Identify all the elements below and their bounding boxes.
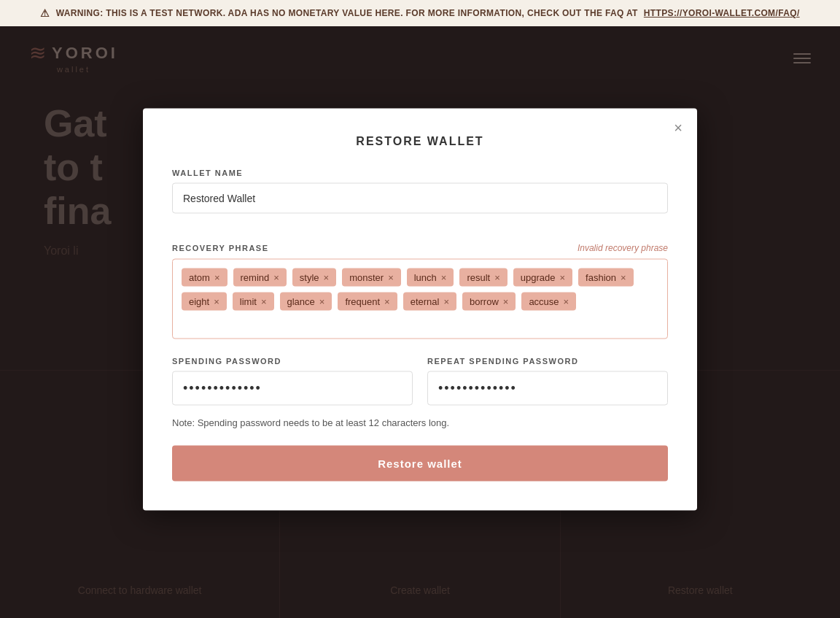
phrase-tag: limit×: [233, 292, 274, 310]
wallet-name-label: WALLET NAME: [172, 168, 668, 177]
phrase-tag: fashion×: [578, 268, 634, 286]
phrase-remove-button[interactable]: ×: [319, 296, 325, 306]
phrase-remove-button[interactable]: ×: [388, 271, 394, 282]
warning-text: WARNING: THIS IS A TEST NETWORK. ADA HAS…: [56, 8, 638, 18]
phrase-word: eight: [189, 296, 209, 306]
close-button[interactable]: ×: [674, 120, 682, 134]
phrase-tag: eight×: [182, 292, 227, 310]
phrase-tag: result×: [459, 268, 507, 286]
phrase-tag: frequent×: [338, 292, 397, 310]
phrase-word: borrow: [470, 296, 499, 306]
phrase-word: atom: [189, 271, 210, 282]
phrase-remove-button[interactable]: ×: [621, 271, 626, 282]
password-row: SPENDING PASSWORD REPEAT SPENDING PASSWO…: [172, 356, 668, 405]
spending-password-input[interactable]: [172, 371, 413, 405]
phrase-word: glance: [287, 296, 315, 306]
phrase-tag: style×: [292, 268, 336, 286]
repeat-password-field: REPEAT SPENDING PASSWORD: [427, 356, 668, 405]
phrase-remove-button[interactable]: ×: [494, 271, 500, 282]
phrase-remove-button[interactable]: ×: [443, 296, 449, 306]
phrase-word: fashion: [586, 271, 616, 282]
phrase-word: upgrade: [521, 271, 556, 282]
restore-wallet-button[interactable]: Restore wallet: [172, 445, 668, 481]
note-text: Note: Spending password needs to be at l…: [172, 417, 668, 428]
phrase-remove-button[interactable]: ×: [560, 271, 566, 282]
phrase-tag: eternal×: [403, 292, 456, 310]
phrase-tag: borrow×: [462, 292, 516, 310]
phrase-word: result: [467, 271, 490, 282]
phrase-tag: monster×: [342, 268, 401, 286]
phrase-remove-button[interactable]: ×: [324, 271, 330, 282]
phrase-tag: lunch×: [407, 268, 454, 286]
warning-banner: ⚠ WARNING: THIS IS A TEST NETWORK. ADA H…: [0, 0, 840, 26]
phrase-tag: glance×: [280, 292, 332, 310]
phrase-remove-button[interactable]: ×: [441, 271, 447, 282]
phrase-word: monster: [349, 271, 384, 282]
phrase-word: limit: [240, 296, 257, 306]
phrase-remove-button[interactable]: ×: [564, 296, 569, 306]
spending-password-field: SPENDING PASSWORD: [172, 356, 413, 405]
restore-wallet-modal: × RESTORE WALLET WALLET NAME RECOVERY PH…: [143, 108, 697, 510]
phrase-remove-button[interactable]: ×: [261, 296, 267, 306]
phrase-word: remind: [241, 271, 270, 282]
recovery-phrase-error: Invalid recovery phrase: [578, 242, 668, 252]
phrase-word: style: [300, 271, 319, 282]
phrase-tag: remind×: [233, 268, 287, 286]
phrase-tag: upgrade×: [513, 268, 572, 286]
phrase-remove-button[interactable]: ×: [503, 296, 509, 306]
phrase-word: accuse: [529, 296, 559, 306]
warning-icon: ⚠: [40, 7, 50, 19]
phrase-remove-button[interactable]: ×: [384, 296, 390, 306]
phrase-tag: accuse×: [521, 292, 576, 310]
wallet-name-input[interactable]: [172, 182, 668, 213]
recovery-phrase-label: RECOVERY PHRASE: [172, 243, 269, 252]
warning-link[interactable]: HTTPS://YOROI-WALLET.COM/FAQ/: [644, 8, 800, 18]
recovery-phrase-area[interactable]: atom×remind×style×monster×lunch×result×u…: [172, 258, 668, 339]
phrase-word: frequent: [345, 296, 380, 306]
repeat-password-input[interactable]: [427, 371, 668, 405]
phrase-word: eternal: [411, 296, 440, 306]
phrase-word: lunch: [414, 271, 437, 282]
spending-password-label: SPENDING PASSWORD: [172, 356, 413, 365]
phrase-tag: atom×: [182, 268, 228, 286]
phrase-remove-button[interactable]: ×: [214, 296, 219, 306]
repeat-password-label: REPEAT SPENDING PASSWORD: [427, 356, 668, 365]
modal-title: RESTORE WALLET: [172, 134, 668, 147]
phrase-remove-button[interactable]: ×: [273, 271, 279, 282]
phrase-remove-button[interactable]: ×: [214, 271, 220, 282]
